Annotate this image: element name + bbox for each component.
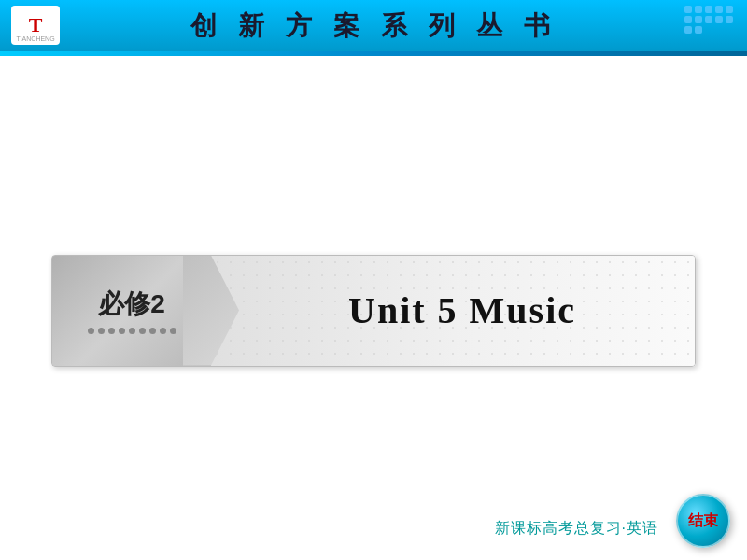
logo-icon: T xyxy=(29,13,43,37)
main-content: 必修2 Unit 5 Music 新课标高考总复习·英语 结束 xyxy=(0,56,747,560)
end-button-label: 结束 xyxy=(688,511,718,531)
unit-banner: 必修2 Unit 5 Music xyxy=(51,255,696,367)
logo-subtext: TIANCHENG xyxy=(16,35,54,42)
footer-text: 新课标高考总复习·英语 xyxy=(495,519,658,539)
banner-dots xyxy=(88,328,176,334)
banner-title-section: Unit 5 Music xyxy=(211,256,695,366)
banner-level-section: 必修2 xyxy=(52,256,211,366)
header-title: 创 新 方 案 系 列 丛 书 xyxy=(190,8,557,44)
header-bar: T TIANCHENG 创 新 方 案 系 列 丛 书 xyxy=(0,0,747,51)
unit-title: Unit 5 Music xyxy=(348,288,576,332)
end-button[interactable]: 结束 xyxy=(676,494,730,548)
header-decoration-dots xyxy=(684,6,733,34)
level-label: 必修2 xyxy=(98,287,165,322)
logo-container: T TIANCHENG xyxy=(11,6,60,45)
